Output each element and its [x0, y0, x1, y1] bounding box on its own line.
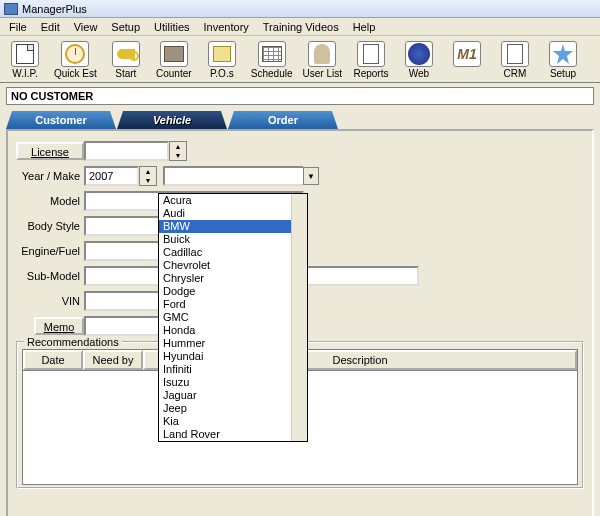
- year-input[interactable]: [84, 166, 139, 186]
- sched-icon: [258, 41, 286, 67]
- make-option[interactable]: Hyundai: [159, 350, 291, 363]
- make-option[interactable]: Isuzu: [159, 376, 291, 389]
- menu-inventory[interactable]: Inventory: [197, 19, 256, 35]
- make-input[interactable]: [163, 166, 303, 186]
- reports-icon: [357, 41, 385, 67]
- recommendations-title: Recommendations: [24, 336, 122, 348]
- make-option[interactable]: Jaguar: [159, 389, 291, 402]
- make-dropdown-list: AcuraAudiBMWBuickCadillacChevroletChrysl…: [158, 193, 308, 442]
- make-option[interactable]: Ford: [159, 298, 291, 311]
- year-spinner[interactable]: ▲ ▼: [139, 166, 157, 186]
- app-icon: [4, 3, 18, 15]
- scrollbar[interactable]: [291, 194, 307, 441]
- make-option[interactable]: Acura: [159, 194, 291, 207]
- user-icon: [308, 41, 336, 67]
- toolbar-web[interactable]: Web: [400, 41, 438, 79]
- make-option[interactable]: Cadillac: [159, 246, 291, 259]
- vin-label: VIN: [16, 295, 84, 307]
- toolbar-label: W.I.P.: [12, 68, 37, 79]
- toolbar-label: User List: [303, 68, 342, 79]
- make-option[interactable]: Hummer: [159, 337, 291, 350]
- make-option[interactable]: BMW: [159, 220, 291, 233]
- make-option[interactable]: GMC: [159, 311, 291, 324]
- chevron-up-icon[interactable]: ▲: [170, 142, 186, 151]
- menu-utilities[interactable]: Utilities: [147, 19, 196, 35]
- toolbar-m1[interactable]: M1: [448, 41, 486, 79]
- toolbar-crm[interactable]: CRM: [496, 41, 534, 79]
- toolbar-start[interactable]: Start: [107, 41, 145, 79]
- submodel-label: Sub-Model: [16, 270, 84, 282]
- register-icon: [160, 41, 188, 67]
- menu-help[interactable]: Help: [346, 19, 383, 35]
- clock-icon: [61, 41, 89, 67]
- toolbar-setup[interactable]: Setup: [544, 41, 582, 79]
- toolbar-label: Web: [409, 68, 429, 79]
- title-bar: ManagerPlus: [0, 0, 600, 18]
- toolbar-quickest[interactable]: Quick Est: [54, 41, 97, 79]
- crm-icon: [501, 41, 529, 67]
- make-dropdown-button[interactable]: ▼: [303, 167, 319, 185]
- make-option[interactable]: Buick: [159, 233, 291, 246]
- toolbar-wip[interactable]: W.I.P.: [6, 41, 44, 79]
- make-option[interactable]: Jeep: [159, 402, 291, 415]
- tab-vehicle[interactable]: Vehicle: [117, 111, 227, 129]
- vehicle-panel: License ▲ ▼ Year / Make ▲ ▼ ▼ Model Body…: [6, 129, 594, 516]
- memo-button[interactable]: Memo: [34, 317, 84, 335]
- menu-training-videos[interactable]: Training Videos: [256, 19, 346, 35]
- toolbar-label: CRM: [504, 68, 527, 79]
- make-option[interactable]: Audi: [159, 207, 291, 220]
- m1-icon: M1: [453, 41, 481, 67]
- toolbar-userlist[interactable]: User List: [303, 41, 342, 79]
- make-option[interactable]: Honda: [159, 324, 291, 337]
- chevron-down-icon[interactable]: ▼: [170, 151, 186, 160]
- web-icon: [405, 41, 433, 67]
- menu-file[interactable]: File: [2, 19, 34, 35]
- engine-label: Engine/Fuel: [16, 245, 84, 257]
- menu-setup[interactable]: Setup: [104, 19, 147, 35]
- toolbar-label: Setup: [550, 68, 576, 79]
- yearmake-label: Year / Make: [16, 170, 84, 182]
- toolbar-schedule[interactable]: Schedule: [251, 41, 293, 79]
- toolbar-label: Quick Est: [54, 68, 97, 79]
- chevron-up-icon[interactable]: ▲: [140, 167, 156, 176]
- page-icon: [11, 41, 39, 67]
- make-option[interactable]: Land Rover: [159, 428, 291, 441]
- tab-strip: Customer Vehicle Order: [6, 111, 594, 129]
- body-label: Body Style: [16, 220, 84, 232]
- license-button[interactable]: License: [16, 142, 84, 160]
- make-option[interactable]: Chrysler: [159, 272, 291, 285]
- toolbar-label: Start: [115, 68, 136, 79]
- make-option[interactable]: Dodge: [159, 285, 291, 298]
- make-option[interactable]: Chevrolet: [159, 259, 291, 272]
- toolbar-counter[interactable]: Counter: [155, 41, 193, 79]
- chevron-down-icon[interactable]: ▼: [140, 176, 156, 185]
- tab-order[interactable]: Order: [228, 111, 338, 129]
- toolbar-pos[interactable]: P.O.s: [203, 41, 241, 79]
- license-spinner[interactable]: ▲ ▼: [169, 141, 187, 161]
- make-option[interactable]: Kia: [159, 415, 291, 428]
- col-needby[interactable]: Need by: [83, 350, 143, 370]
- menu-bar: FileEditViewSetupUtilitiesInventoryTrain…: [0, 18, 600, 36]
- key-icon: [112, 41, 140, 67]
- toolbar: W.I.P.Quick EstStartCounterP.O.sSchedule…: [0, 36, 600, 83]
- col-date[interactable]: Date: [23, 350, 83, 370]
- customer-status: NO CUSTOMER: [6, 87, 594, 105]
- make-option[interactable]: Infiniti: [159, 363, 291, 376]
- model-label: Model: [16, 195, 84, 207]
- toolbar-label: Reports: [353, 68, 388, 79]
- pos-icon: [208, 41, 236, 67]
- setup-icon: [549, 41, 577, 67]
- menu-view[interactable]: View: [67, 19, 105, 35]
- tab-customer[interactable]: Customer: [6, 111, 116, 129]
- toolbar-label: Schedule: [251, 68, 293, 79]
- toolbar-reports[interactable]: Reports: [352, 41, 390, 79]
- toolbar-label: P.O.s: [210, 68, 234, 79]
- toolbar-label: Counter: [156, 68, 192, 79]
- menu-edit[interactable]: Edit: [34, 19, 67, 35]
- app-title: ManagerPlus: [22, 3, 87, 15]
- license-input[interactable]: [84, 141, 169, 161]
